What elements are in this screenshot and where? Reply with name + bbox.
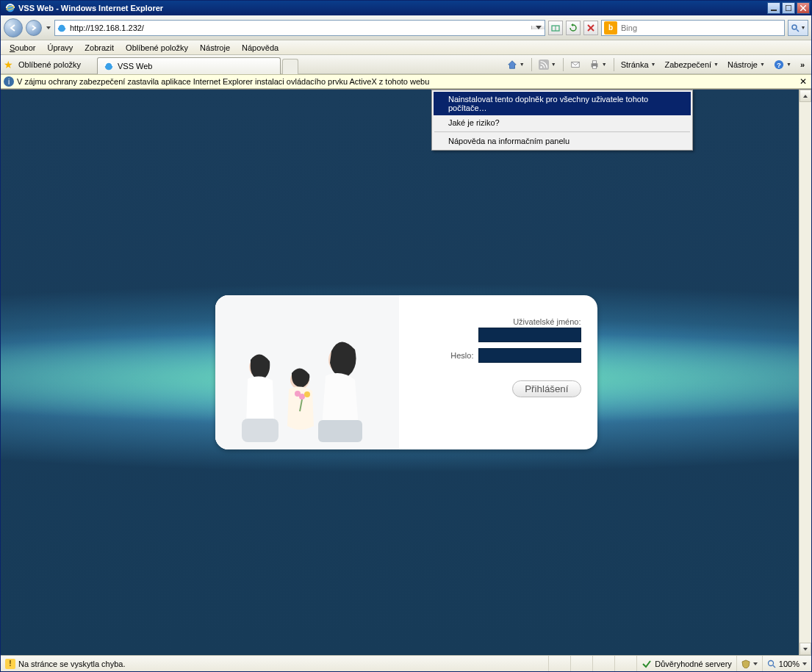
feeds-button[interactable]: ▼ xyxy=(535,57,560,73)
context-menu-help[interactable]: Nápověda na informačním panelu xyxy=(434,134,691,148)
menu-file[interactable]: Soubor xyxy=(4,42,41,54)
window-titlebar: VSS Web - Windows Internet Explorer xyxy=(1,1,811,15)
window-title: VSS Web - Windows Internet Explorer xyxy=(18,4,767,12)
status-zone-text: Důvěryhodné servery xyxy=(655,660,732,668)
status-zoom-text: 100% xyxy=(779,660,800,668)
help-button[interactable]: ?▼ xyxy=(770,57,795,73)
status-bar: ! Na stránce se vyskytla chyba. Důvěryho… xyxy=(1,655,811,671)
bing-icon: b xyxy=(604,21,617,35)
svg-line-33 xyxy=(773,665,775,668)
svg-rect-14 xyxy=(539,59,549,70)
svg-point-27 xyxy=(304,391,310,397)
svg-rect-24 xyxy=(318,420,362,442)
minimize-button[interactable] xyxy=(767,2,780,14)
command-bar: ▼ ▼ ▼ Stránka▼ Zabezpečení▼ Nástroje▼ ?▼… xyxy=(503,57,808,73)
login-panel: Uživatelské jméno: Heslo: Přihlášení xyxy=(215,295,597,449)
svg-line-12 xyxy=(797,29,799,32)
svg-point-28 xyxy=(295,391,301,397)
menu-help[interactable]: Nápověda xyxy=(236,42,284,54)
tab-favicon xyxy=(104,61,114,71)
address-input[interactable] xyxy=(68,24,531,32)
status-pane-4[interactable] xyxy=(614,656,636,671)
ie-icon xyxy=(5,3,15,13)
password-label: Heslo: xyxy=(450,351,473,360)
search-box[interactable]: b xyxy=(601,20,785,36)
refresh-button[interactable] xyxy=(566,21,581,35)
info-icon: i xyxy=(4,76,14,87)
status-zone-pane[interactable]: Důvěryhodné servery xyxy=(636,656,736,671)
svg-rect-2 xyxy=(771,10,777,11)
forward-button[interactable] xyxy=(26,20,42,36)
menu-edit[interactable]: Úpravy xyxy=(41,42,79,54)
status-pane-2[interactable] xyxy=(570,656,592,671)
svg-point-11 xyxy=(792,25,797,29)
page-icon xyxy=(55,23,68,33)
login-illustration xyxy=(215,295,399,449)
tab-title: VSS Web xyxy=(118,62,153,71)
favorites-star-icon[interactable]: ★ xyxy=(4,59,14,70)
page-menu[interactable]: Stránka▼ xyxy=(617,57,660,73)
username-label: Uživatelské jméno: xyxy=(399,317,581,326)
status-pane-3[interactable] xyxy=(592,656,614,671)
chevron-more[interactable]: » xyxy=(797,57,808,73)
tab-strip: VSS Web xyxy=(97,55,499,74)
address-dropdown[interactable] xyxy=(531,26,545,29)
menu-tools[interactable]: Nástroje xyxy=(194,42,236,54)
close-button[interactable] xyxy=(797,2,810,14)
menubar: Soubor Úpravy Zobrazit Oblíbené položky … xyxy=(1,40,811,55)
new-tab-button[interactable] xyxy=(282,59,298,74)
scroll-down-button[interactable] xyxy=(800,643,811,655)
home-button[interactable]: ▼ xyxy=(503,57,528,73)
status-error-text: Na stránce se vyskytla chyba. xyxy=(18,660,126,668)
svg-rect-3 xyxy=(786,5,791,11)
back-button[interactable] xyxy=(4,18,23,37)
login-form: Uživatelské jméno: Heslo: Přihlášení xyxy=(399,295,597,449)
search-input[interactable] xyxy=(619,23,784,33)
maximize-button[interactable] xyxy=(782,2,795,14)
checkmark-icon xyxy=(642,659,652,669)
search-button[interactable]: ▼ xyxy=(788,20,808,36)
mail-button[interactable] xyxy=(567,57,584,73)
svg-rect-31 xyxy=(242,419,279,442)
tools-menu[interactable]: Nástroje▼ xyxy=(724,57,769,73)
svg-rect-19 xyxy=(592,65,596,68)
svg-text:?: ? xyxy=(777,60,781,68)
scroll-track[interactable] xyxy=(800,102,811,643)
navigation-toolbar: b ▼ xyxy=(1,15,811,40)
page-viewport: Nainstalovat tento doplněk pro všechny u… xyxy=(1,89,811,655)
ie-window: VSS Web - Windows Internet Explorer b ▼ xyxy=(0,0,812,672)
context-menu-install[interactable]: Nainstalovat tento doplněk pro všechny u… xyxy=(434,92,691,115)
status-pane-1[interactable] xyxy=(548,656,570,671)
safety-menu[interactable]: Zabezpečení▼ xyxy=(661,57,722,73)
scroll-up-button[interactable] xyxy=(800,90,811,102)
warning-icon: ! xyxy=(5,659,15,669)
infobar-close[interactable]: ✕ xyxy=(798,76,808,87)
information-bar[interactable]: i V zájmu ochrany zabezpečení zastavila … xyxy=(1,74,811,89)
status-protected-mode[interactable] xyxy=(736,656,762,671)
svg-rect-18 xyxy=(592,60,596,63)
print-button[interactable]: ▼ xyxy=(586,57,611,73)
menu-view[interactable]: Zobrazit xyxy=(79,42,120,54)
infobar-context-menu: Nainstalovat tento doplněk pro všechny u… xyxy=(431,90,693,151)
username-input[interactable] xyxy=(478,328,581,342)
login-submit-button[interactable]: Přihlášení xyxy=(512,380,581,397)
favorites-label[interactable]: Oblíbené položky xyxy=(18,60,81,69)
svg-point-32 xyxy=(768,660,773,665)
svg-point-15 xyxy=(540,66,542,68)
status-error-pane[interactable]: ! Na stránce se vyskytla chyba. xyxy=(1,656,130,671)
infobar-message: V zájmu ochrany zabezpečení zastavila ap… xyxy=(17,77,429,86)
tab-active[interactable]: VSS Web xyxy=(97,57,281,74)
compat-view-button[interactable] xyxy=(548,21,563,35)
nav-history-dropdown[interactable] xyxy=(45,18,51,37)
address-bar[interactable] xyxy=(54,20,545,36)
status-zoom-pane[interactable]: 100% xyxy=(762,656,811,671)
shield-icon xyxy=(741,660,750,668)
context-menu-risk[interactable]: Jaké je riziko? xyxy=(434,115,691,130)
stop-button[interactable] xyxy=(583,21,598,35)
favorites-bar: ★ Oblíbené položky VSS Web ▼ ▼ ▼ Stránka… xyxy=(1,55,811,74)
menu-favorites[interactable]: Oblíbené položky xyxy=(120,42,194,54)
vertical-scrollbar[interactable] xyxy=(799,90,811,655)
password-input[interactable] xyxy=(478,348,581,363)
window-controls xyxy=(767,2,810,14)
zoom-icon xyxy=(767,660,776,668)
